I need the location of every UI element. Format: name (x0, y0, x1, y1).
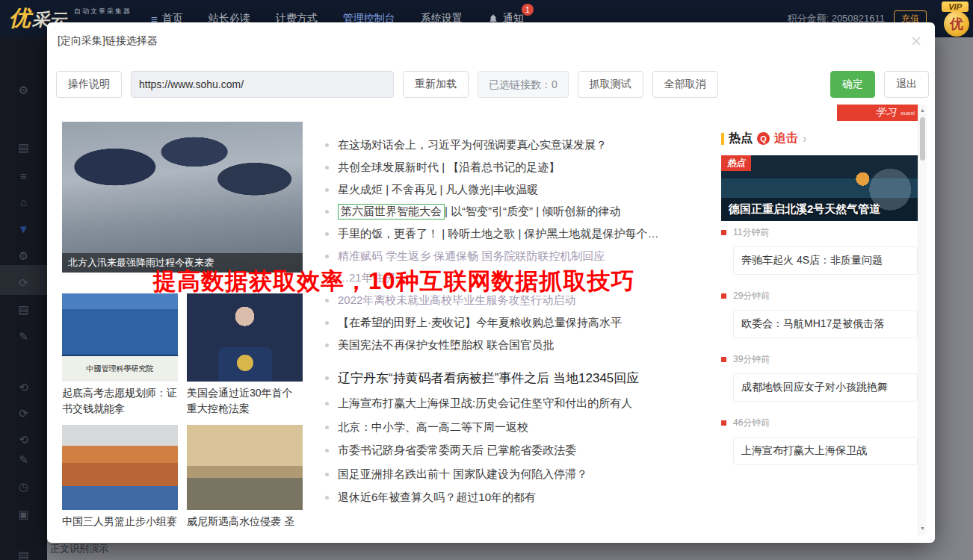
headline-item[interactable]: …21年住房… (325, 267, 706, 290)
page-scrollbar[interactable]: ▲ ▼ (918, 105, 927, 535)
headline-item[interactable]: 在这场对话会上，习近平为何强调要真心实意谋发展？ (325, 134, 706, 157)
headline-text: 共创全球发展新时代 | 【沿着总书记的足迹】 (338, 161, 560, 175)
promo-banner-text: 学习 (875, 106, 896, 119)
url-input[interactable] (131, 71, 394, 98)
news-photo-venice[interactable] (187, 425, 303, 510)
grab-test-button[interactable]: 抓取测试 (578, 71, 643, 98)
news-photo-basketball[interactable] (62, 425, 178, 510)
headline-text: 国足亚洲排名跌出前十 国家队建设为何陷入停滞？ (338, 467, 587, 482)
promo-banner-subtext: xuexi (901, 110, 915, 116)
hot-title: 热点 (729, 131, 753, 146)
headline-text: …21年住房… (338, 271, 407, 285)
headline-list: 在这场对话会上，习近平为何强调要真心实意谋发展？ 共创全球发展新时代 | 【沿着… (325, 134, 706, 509)
dialog-header: [定向采集]链接选择器 × (47, 22, 935, 60)
vip-badge[interactable]: VIP (942, 1, 969, 12)
headline-item-lead[interactable]: 辽宁丹东“持黄码者看病被拦”事件之后 当地12345回应 (325, 365, 706, 392)
headline-item[interactable]: 精准赋码 学生返乡 保通保畅 国务院联防联控机制回应 (325, 245, 706, 267)
headline-text: 在这场对话会上，习近平为何强调要真心实意谋发展？ (338, 138, 607, 152)
scroll-down-arrow-icon[interactable]: ▼ (918, 523, 927, 534)
dialog-title: [定向采集]链接选择器 (58, 34, 158, 48)
photo-caption: 北方入汛来最强降雨过程今夜来袭 (62, 253, 303, 273)
hot-item-title[interactable]: 成都地铁回应女子对小孩跳艳舞 (733, 373, 918, 402)
headline-text: 【在希望的田野上·麦收记】今年夏粮收购总量保持高水平 (338, 316, 622, 330)
hot-item[interactable]: 39分钟前 成都地铁回应女子对小孩跳艳舞 (721, 353, 918, 417)
hot-item[interactable]: 29分钟前 欧委会：马航MH17是被俄击落 (721, 290, 918, 353)
chevron-right-icon: › (803, 132, 806, 146)
headline-item[interactable]: 2022年离校未就业高校毕业生服务攻坚行动启动 (325, 290, 706, 312)
photo-row: 中國管理科學研究院 (62, 293, 303, 382)
news-caption[interactable]: 美国会通过近30年首个重大控枪法案 (187, 385, 303, 417)
hot-news-column: 热点 Q 追击 › 热点 德国正重启北溪2号天然气管道 11分钟前 奔驰车起火 … (721, 131, 918, 480)
podium-graphic (218, 347, 272, 382)
headline-item[interactable]: 市委书记跻身省委常委两天后 已掌舵省委政法委 (325, 439, 706, 463)
selected-links-count: 已选链接数：0 (478, 71, 569, 98)
headline-text: 辽宁丹东“持黄码者看病被拦”事件之后 当地12345回应 (338, 370, 639, 387)
news-photo-column: 北方入汛来最强降雨过程今夜来袭 中國管理科學研究院 起底高考志愿规划师：证书交钱… (62, 122, 303, 529)
news-photo-rainstorm[interactable]: 北方入汛来最强降雨过程今夜来袭 (62, 122, 303, 273)
headline-text: 市委书记跻身省委常委两天后 已掌舵省委政法委 (338, 444, 576, 458)
hot-item-title[interactable]: 奔驰车起火 4S店：非质量问题 (733, 246, 918, 275)
reload-button[interactable]: 重新加载 (403, 71, 469, 98)
confirm-button[interactable]: 确定 (830, 71, 875, 98)
yellow-bar-icon (721, 133, 724, 145)
close-icon[interactable]: × (911, 32, 921, 50)
hot-badge: 热点 (721, 155, 751, 171)
hot-item-time: 46分钟前 (721, 417, 918, 429)
headline-item[interactable]: 星火成炬 | 不舍再见 | 凡人微光|丰收温暖 (325, 178, 706, 201)
hot-timeline-list: 11分钟前 奔驰车起火 4S店：非质量问题 29分钟前 欧委会：马航MH17是被… (721, 226, 918, 480)
notification-badge: 1 (522, 4, 534, 16)
headline-text: 精准赋码 学生返乡 保通保畅 国务院联防联控机制回应 (338, 249, 605, 264)
headline-text: 美国宪法不再保护女性堕胎权 联合国官员批 (338, 338, 554, 352)
hot-item[interactable]: 11分钟前 奔驰车起火 4S店：非质量问题 (721, 226, 918, 290)
headline-item[interactable]: 上海宣布打赢大上海保卫战:历史会记住坚守和付出的所有人 (325, 392, 706, 416)
headline-item[interactable]: 手里的饭，更香了！ | 聆听土地之歌 | 保护黑土地就是保护每个… (325, 223, 706, 246)
logo-tagline: 自动文章采集器 (74, 7, 132, 16)
news-photo-academy[interactable]: 中國管理科學研究院 (62, 293, 178, 382)
hot-lead-card[interactable]: 热点 德国正重启北溪2号天然气管道 (721, 155, 918, 221)
hot-item-title[interactable]: 欧委会：马航MH17是被俄击落 (733, 310, 918, 338)
hot-item-time: 39分钟前 (721, 353, 918, 366)
headline-item-selected[interactable]: 第六届世界智能大会 | 以“智变”引“质变” | 倾听创新的律动 (325, 201, 706, 223)
headline-text: 2022年离校未就业高校毕业生服务攻坚行动启动 (338, 293, 575, 308)
coin-logo-icon[interactable]: 优 (944, 11, 969, 37)
app-window: 优 采云 自动文章采集器 ≡ 首页 站长必读 计费方式 管理控制台 系统设置 (0, 0, 973, 560)
headline-text: 上海宣布打赢大上海保卫战:历史会记住坚守和付出的所有人 (338, 396, 632, 411)
chase-title: 追击 (774, 131, 798, 146)
logo-text-primary: 优 (9, 4, 31, 34)
hot-item-time: 11分钟前 (721, 226, 918, 239)
hot-item[interactable]: 46分钟前 上海宣布打赢大上海保卫战 (721, 417, 918, 480)
news-caption[interactable]: 起底高考志愿规划师：证书交钱就能拿 (62, 385, 178, 417)
photo-row (62, 425, 303, 510)
hot-item-title[interactable]: 上海宣布打赢大上海保卫战 (733, 437, 918, 465)
headline-item[interactable]: 国足亚洲排名跌出前十 国家队建设为何陷入停滞？ (325, 462, 706, 486)
headline-item[interactable]: 北京：中小学、高一高二等下周一返校 (325, 415, 706, 439)
cancel-all-button[interactable]: 全部取消 (652, 71, 718, 98)
headline-text: 手里的饭，更香了！ | 聆听土地之歌 | 保护黑土地就是保护每个… (338, 227, 658, 241)
academy-sign-text: 中國管理科學研究院 (62, 355, 178, 382)
hot-section-header[interactable]: 热点 Q 追击 › (721, 131, 918, 146)
news-caption[interactable]: 威尼斯遇高水位侵袭 圣 (187, 514, 303, 529)
headline-item[interactable]: 共创全球发展新时代 | 【沿着总书记的足迹】 (325, 157, 706, 179)
selected-link-highlight[interactable]: 第六届世界智能大会 (338, 204, 445, 220)
hot-chase-icon: Q (757, 132, 770, 145)
headline-item[interactable]: 退休近6年被查算久吗？超过10年的都有 (325, 486, 706, 510)
headline-item[interactable]: 美国宪法不再保护女性堕胎权 联合国官员批 (325, 334, 706, 356)
promo-banner[interactable]: 学习 xuexi (837, 105, 919, 121)
headline-item[interactable]: 【在希望的田野上·麦收记】今年夏粮收购总量保持高水平 (325, 312, 706, 335)
headline-text: 星火成炬 | 不舍再见 | 凡人微光|丰收温暖 (338, 183, 538, 197)
headline-text: 北京：中小学、高一高二等下周一返校 (338, 420, 528, 435)
hot-card-title: 德国正重启北溪2号天然气管道 (729, 202, 880, 217)
exit-button[interactable]: 退出 (884, 71, 929, 98)
caption-row: 起底高考志愿规划师：证书交钱就能拿 美国会通过近30年首个重大控枪法案 (62, 385, 303, 417)
headline-text: | 以“智变”引“质变” | 倾听创新的律动 (445, 205, 620, 219)
help-button[interactable]: 操作说明 (56, 71, 122, 98)
caption-row: 中国三人男篮止步小组赛 威尼斯遇高水位侵袭 圣 (62, 514, 303, 529)
scrollbar-thumb[interactable] (920, 117, 925, 161)
news-caption[interactable]: 中国三人男篮止步小组赛 (62, 514, 178, 529)
hot-item-time: 29分钟前 (721, 290, 918, 302)
link-selector-dialog: [定向采集]链接选择器 × 操作说明 重新加载 已选链接数：0 抓取测试 全部取… (47, 22, 935, 543)
news-photo-us-congress[interactable] (187, 293, 303, 382)
headline-column: 在这场对话会上，习近平为何强调要真心实意谋发展？ 共创全球发展新时代 | 【沿着… (325, 134, 706, 509)
scroll-up-arrow-icon[interactable]: ▲ (918, 105, 927, 116)
embedded-webpage: 学习 xuexi 北方入汛来最强降雨过程今夜来袭 中國管理科學研究院 起 (62, 105, 927, 535)
